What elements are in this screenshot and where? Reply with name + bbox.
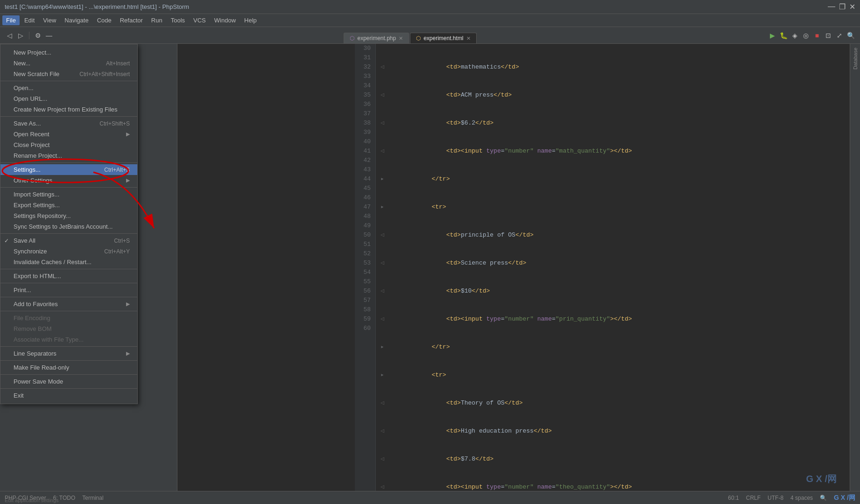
editor-container[interactable]: 30313233 34353637 38394041 42434445 4647…	[177, 44, 854, 491]
menu-exit[interactable]: Exit	[0, 390, 137, 401]
status-indent[interactable]: 4 spaces	[790, 495, 813, 501]
code-line-36: ◁ <td>principle of OS</td>	[381, 231, 850, 240]
menu-section-line-separators: Line Separators ▶	[0, 347, 137, 361]
menu-help[interactable]: Help	[240, 15, 261, 25]
menu-section-open: Open... Open URL... Create New Project f…	[0, 81, 137, 117]
code-line-35: ▸ <tr>	[381, 203, 850, 212]
code-line-39: ◁ <td><input type="number" name="prin_qu…	[381, 315, 850, 324]
menu-new[interactable]: New... Alt+Insert	[0, 58, 137, 69]
menu-sync-settings[interactable]: Sync Settings to JetBrains Account...	[0, 221, 137, 232]
menu-save-as-label: Save As...	[14, 120, 41, 127]
menu-associate-file-type-label: Associate with File Type...	[14, 336, 84, 343]
menu-file-encoding: File Encoding	[0, 313, 137, 323]
menu-new-project[interactable]: New Project...	[0, 47, 137, 58]
maximize-button[interactable]: ❐	[839, 2, 846, 11]
code-line-32: ◁ <td>$6.2</td>	[381, 119, 850, 128]
menu-view[interactable]: View	[39, 15, 60, 25]
menu-line-separators-label: Line Separators	[14, 350, 56, 357]
menu-bar: File Edit View Navigate Code Refactor Ru…	[0, 14, 860, 27]
menu-import-settings[interactable]: Import Settings...	[0, 189, 137, 200]
toolbar-back-icon[interactable]: ◁	[5, 31, 14, 40]
expand-icon[interactable]: ⤢	[835, 31, 844, 40]
toolbar: ◁ ▷ ⚙ — ⬡ experiment.php ✕ ⬡ experiment.…	[0, 27, 860, 44]
menu-save-all[interactable]: ✓ Save All Ctrl+S	[0, 235, 137, 246]
menu-edit[interactable]: Edit	[21, 15, 38, 25]
menu-synchronize-label: Synchronize	[14, 248, 47, 255]
menu-new-scratch-label: New Scratch File	[14, 70, 59, 77]
terminal-toolbar-icon[interactable]: ⊡	[824, 31, 833, 40]
menu-open-url-label: Open URL...	[14, 95, 47, 102]
menu-navigate[interactable]: Navigate	[61, 15, 92, 25]
status-encoding[interactable]: UTF-8	[768, 495, 783, 501]
vertical-tab-database[interactable]: Database	[851, 44, 860, 73]
menu-refactor[interactable]: Refactor	[116, 15, 147, 25]
toolbar-settings-icon[interactable]: ⚙	[33, 31, 42, 40]
menu-save-as[interactable]: Save As... Ctrl+Shift+S	[0, 118, 137, 129]
menu-save-as-shortcut: Ctrl+Shift+S	[99, 120, 130, 127]
menu-add-to-favorites-arrow: ▶	[126, 301, 130, 307]
menu-new-shortcut: Alt+Insert	[106, 60, 130, 67]
menu-synchronize[interactable]: Synchronize Ctrl+Alt+Y	[0, 246, 137, 257]
menu-print[interactable]: ✓ Print...	[0, 285, 137, 295]
menu-open-url[interactable]: Open URL...	[0, 93, 137, 104]
tab-php-close[interactable]: ✕	[399, 35, 403, 42]
menu-file[interactable]: File	[2, 15, 20, 25]
menu-line-separators-arrow: ▶	[126, 350, 130, 357]
status-crlf[interactable]: CRLF	[746, 495, 761, 501]
menu-window[interactable]: Window	[211, 15, 240, 25]
run-icon[interactable]: ▶	[768, 31, 777, 40]
menu-export-html[interactable]: Export to HTML...	[0, 271, 137, 281]
profile-icon[interactable]: ◎	[801, 31, 811, 40]
menu-line-separators[interactable]: Line Separators ▶	[0, 348, 137, 359]
menu-settings[interactable]: Settings... Ctrl+Alt+S	[0, 164, 137, 175]
coverage-icon[interactable]: ◈	[790, 31, 799, 40]
menu-section-export-html: Export to HTML...	[0, 269, 137, 283]
menu-open-recent[interactable]: Open Recent ▶	[0, 129, 137, 140]
search-status-icon[interactable]: 🔍	[820, 495, 827, 501]
title-bar: test1 [C:\wamp64\www\test1] - ...\experi…	[0, 0, 860, 14]
menu-close-project[interactable]: Close Project	[0, 140, 137, 150]
menu-print-label: Print...	[14, 287, 31, 294]
menu-other-settings[interactable]: Other Settings ▶	[0, 175, 137, 186]
php-icon: ⬡	[350, 35, 354, 42]
status-terminal[interactable]: Terminal	[82, 495, 103, 501]
menu-invalidate-caches[interactable]: Invalidate Caches / Restart...	[0, 257, 137, 267]
code-line-37: ◁ <td>Science press</td>	[381, 259, 850, 268]
tab-experiment-php[interactable]: ⬡ experiment.php ✕	[344, 33, 409, 43]
menu-vcs[interactable]: VCS	[190, 15, 210, 25]
menu-tools[interactable]: Tools	[167, 15, 189, 25]
code-line-33: ◁ <td><input type="number" name="math_qu…	[381, 147, 850, 156]
close-button[interactable]: ✕	[849, 2, 855, 11]
menu-add-to-favorites[interactable]: Add to Favorites ▶	[0, 299, 137, 309]
menu-power-save-label: Power Save Mode	[14, 378, 63, 385]
toolbar-forward-icon[interactable]: ▷	[16, 31, 25, 40]
minimize-button[interactable]: —	[828, 2, 835, 11]
menu-open[interactable]: Open...	[0, 83, 137, 93]
code-line-38: ◁ <td>$10</td>	[381, 287, 850, 296]
code-line-45: ◁ <td><input type="number" name="theo_qu…	[381, 483, 850, 491]
toolbar-more-icon[interactable]: —	[44, 31, 54, 40]
code-content[interactable]: ◁ <td>mathematics</td> ◁ <td>ACM press</…	[376, 44, 854, 491]
menu-settings-repository-label: Settings Repository...	[14, 212, 71, 219]
menu-new-project-label: New Project...	[14, 49, 51, 56]
menu-code[interactable]: Code	[93, 15, 115, 25]
stop-icon[interactable]: ■	[812, 31, 822, 40]
menu-settings-repository[interactable]: Settings Repository...	[0, 210, 137, 221]
vertical-tabs: Database	[850, 44, 860, 491]
search-toolbar-icon[interactable]: 🔍	[846, 31, 855, 40]
menu-new-scratch[interactable]: New Scratch File Ctrl+Alt+Shift+Insert	[0, 69, 137, 79]
menu-power-save[interactable]: Power Save Mode	[0, 376, 137, 387]
menu-settings-label: Settings...	[14, 166, 41, 173]
status-bar: PHP-CGI Server 6: TODO Terminal 60:1 CRL…	[0, 491, 860, 504]
menu-create-from-existing[interactable]: Create New Project from Existing Files	[0, 104, 137, 115]
code-view: 30313233 34353637 38394041 42434445 4647…	[355, 44, 854, 491]
menu-section-save-all: ✓ Save All Ctrl+S Synchronize Ctrl+Alt+Y…	[0, 234, 137, 269]
menu-export-settings[interactable]: Export Settings...	[0, 200, 137, 210]
tab-experiment-html[interactable]: ⬡ experiment.html ✕	[410, 33, 476, 43]
debug-icon[interactable]: 🐛	[779, 31, 788, 40]
code-line-34: ▸ </tr>	[381, 175, 850, 184]
menu-run[interactable]: Run	[148, 15, 166, 25]
menu-rename-project[interactable]: Rename Project...	[0, 150, 137, 161]
menu-make-read-only[interactable]: Make File Read-only	[0, 362, 137, 373]
tab-html-close[interactable]: ✕	[466, 35, 471, 42]
